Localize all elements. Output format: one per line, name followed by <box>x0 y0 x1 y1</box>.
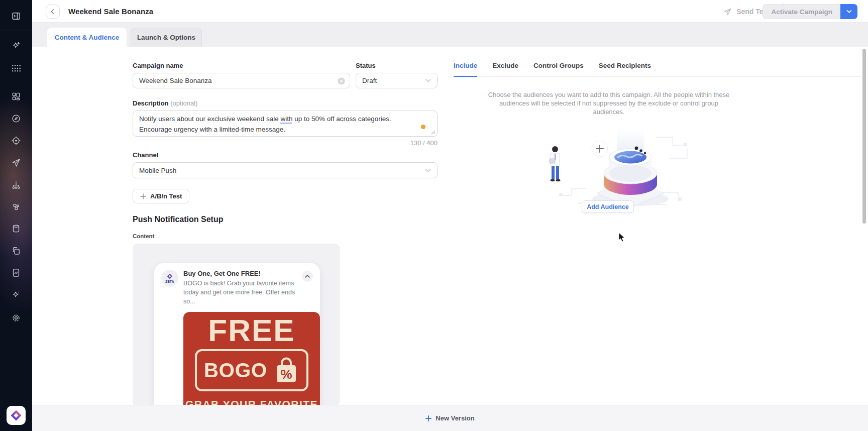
notification-header: ZETA Buy One, Get One FREE! BOGO is back… <box>161 270 313 306</box>
compass-icon[interactable] <box>0 111 32 126</box>
zeta-app-avatar: ZETA <box>161 270 178 287</box>
collapse-notification-button[interactable] <box>302 271 313 282</box>
activate-dropdown-button[interactable] <box>840 4 857 19</box>
sparkle-icon[interactable] <box>0 287 32 302</box>
back-button[interactable] <box>46 5 60 19</box>
zeta-app-name: ZETA <box>165 280 174 283</box>
send-icon[interactable] <box>0 155 32 170</box>
zeta-logo[interactable] <box>7 406 26 425</box>
abn-test-label: A/B/n Test <box>150 192 182 200</box>
bogo-word: BOGO <box>204 359 267 382</box>
resize-handle-icon[interactable] <box>431 130 436 135</box>
chevron-up-icon <box>305 275 310 278</box>
tab-content-audience[interactable]: Content & Audience <box>47 28 127 47</box>
description-text-before: Notify users about our exclusive weekend… <box>139 115 280 123</box>
tab-seed-recipients[interactable]: Seed Recipients <box>599 62 651 77</box>
report-icon[interactable] <box>0 265 32 280</box>
page-title: Weekend Sale Bonanza <box>68 7 153 16</box>
plus-icon <box>140 193 146 199</box>
optional-hint: (optional) <box>170 99 197 107</box>
push-image-bogo: FREE BOGO % GRAB YOUR FAVORITE <box>183 312 320 405</box>
bogo-free-text: FREE <box>208 314 295 347</box>
target-icon[interactable] <box>0 133 32 148</box>
notification-title: Buy One, Get One FREE! <box>183 270 300 277</box>
campaign-name-input[interactable] <box>133 77 350 84</box>
bogo-grab-text: GRAB YOUR FAVORITE <box>185 398 318 405</box>
footer-bar: New Version <box>32 405 868 431</box>
activate-campaign-button[interactable]: Activate Campaign <box>763 4 840 19</box>
chevron-down-icon <box>425 169 431 172</box>
channel-label: Channel <box>133 151 438 159</box>
description-underlined-word: with <box>280 115 292 124</box>
paper-plane-icon <box>723 8 732 16</box>
dashboard-icon[interactable] <box>0 89 32 104</box>
status-select[interactable]: Draft <box>356 73 438 88</box>
shopping-bag-percent-icon: % <box>273 356 299 384</box>
status-value: Draft <box>362 77 377 84</box>
top-bar: Weekend Sale Bonanza Send Test Activate … <box>32 0 868 23</box>
campaign-name-input-wrap <box>133 73 350 88</box>
channel-select[interactable]: Mobile Push <box>133 162 438 178</box>
notification-body: BOGO is back! Grab your favorite items t… <box>183 279 300 306</box>
new-version-label: New Version <box>436 414 474 422</box>
audience-panel: Include Exclude Control Groups Seed Reci… <box>454 62 861 116</box>
tab-launch-options[interactable]: Launch & Options <box>131 28 202 47</box>
char-counter: 130 / 400 <box>133 139 438 147</box>
database-icon[interactable] <box>0 221 32 236</box>
abn-test-button[interactable]: A/B/n Test <box>133 189 189 203</box>
main-panel: Campaign name Status Draft Description <box>32 47 868 405</box>
push-notification-preview[interactable]: ZETA Buy One, Get One FREE! BOGO is back… <box>154 263 320 405</box>
spellcheck-dot-icon[interactable] <box>421 125 425 129</box>
channel-value: Mobile Push <box>139 167 176 174</box>
description-textarea[interactable]: Notify users about our exclusive weekend… <box>133 111 438 137</box>
tab-include[interactable]: Include <box>454 62 477 77</box>
chevron-down-icon <box>425 79 431 82</box>
tab-bar: Content & Audience Launch & Options <box>32 23 868 47</box>
push-setup-title: Push Notification Setup <box>133 215 438 224</box>
content-label: Content <box>133 233 438 239</box>
campaign-form: Campaign name Status Draft Description <box>133 62 438 405</box>
activate-campaign-label: Activate Campaign <box>771 8 832 16</box>
sidebar <box>0 0 32 431</box>
chevron-down-icon <box>846 10 852 14</box>
notification-texts: Buy One, Get One FREE! BOGO is back! Gra… <box>183 270 300 306</box>
svg-text:%: % <box>281 367 292 382</box>
hierarchy-icon[interactable] <box>0 178 32 193</box>
tab-exclude[interactable]: Exclude <box>492 62 518 77</box>
add-audience-button[interactable]: Add Audience <box>582 200 634 213</box>
campaign-name-label: Campaign name <box>133 62 350 69</box>
segments-icon[interactable] <box>0 199 32 214</box>
plus-icon <box>425 415 431 421</box>
audience-tabs: Include Exclude Control Groups Seed Reci… <box>454 62 861 77</box>
audience-illustration <box>537 128 693 211</box>
collapse-panel-icon[interactable] <box>0 9 32 24</box>
copy-icon[interactable] <box>0 243 32 258</box>
zeta-diamond-icon <box>167 273 173 279</box>
tab-control-groups[interactable]: Control Groups <box>533 62 584 77</box>
apps-grid-icon[interactable] <box>0 61 32 76</box>
add-audience-label: Add Audience <box>587 203 629 210</box>
audience-description: Choose the audiences you want to add to … <box>483 90 734 116</box>
push-content-card: ZETA Buy One, Get One FREE! BOGO is back… <box>133 244 340 405</box>
status-label: Status <box>356 62 438 69</box>
clear-input-icon[interactable] <box>338 77 345 85</box>
vertical-scrollbar[interactable] <box>862 49 866 224</box>
settings-gear-icon[interactable] <box>0 310 32 326</box>
ai-sparkle-icon[interactable] <box>0 38 32 53</box>
new-version-button[interactable]: New Version <box>425 414 474 422</box>
bogo-box: BOGO % <box>195 349 308 391</box>
person-graphic <box>550 146 561 181</box>
description-label: Description (optional) <box>133 99 438 107</box>
activate-campaign-group: Activate Campaign <box>763 4 857 19</box>
plus-badge-icon <box>592 141 608 157</box>
